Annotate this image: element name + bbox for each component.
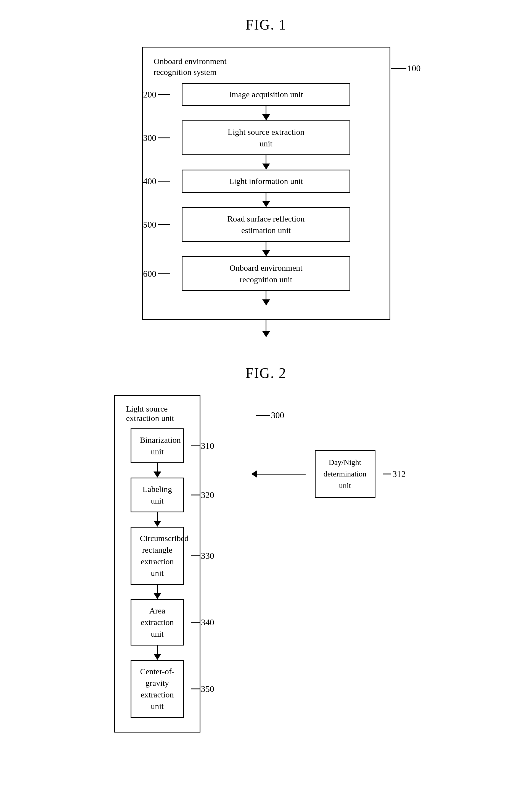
row-onboard-env: 600 Onboard environmentrecognition unit [182,256,350,291]
fig1-title: FIG. 1 [246,17,287,33]
arrow-out [142,320,390,337]
labeling-box: Labeling unit [131,478,184,512]
fig1-inner-flow: 200 Image acquisition unit [182,83,350,291]
ref-320: 320 [191,490,214,500]
row-road-surface: 500 Road surface reflectionestimation un… [182,207,350,242]
circumscribed-box: Circumscribed rectangleextraction unit [131,527,184,585]
row-labeling: Labeling unit 320 [131,478,184,512]
row-circumscribed: Circumscribed rectangleextraction unit 3… [131,527,184,585]
fig1-outer-label: Onboard environmentrecognition system [154,56,378,77]
arrow-f2-1 [154,463,161,478]
day-night-box: Day/Nightdeterminationunit [315,450,375,498]
day-night-section: Day/Nightdeterminationunit 312 [315,450,375,498]
arrow-f2-3 [154,585,161,599]
arrow-1 [262,106,270,121]
ref-330: 330 [191,551,214,561]
area-extraction-box: Area extraction unit [131,599,184,645]
row-center-gravity: Center-of-gravityextraction unit 350 [131,660,184,718]
light-source-box: Light source extractionunit [182,121,350,155]
ref-310: 310 [191,441,214,451]
road-surface-box: Road surface reflectionestimation unit [182,207,350,242]
row-area-extraction: Area extraction unit 340 [131,599,184,645]
fig2-outer-box: Light source extraction unit Binarizatio… [114,395,201,733]
ref-400: 400 [143,176,170,186]
ref-200: 200 [143,90,170,100]
fig2-container: 300 Light source extraction unit Binariz… [114,395,418,733]
fig1-outer-box: Onboard environmentrecognition system 20… [142,47,390,320]
fig2-title: FIG. 2 [246,365,287,381]
arrow-f2-4 [154,645,161,660]
arrow-2 [262,155,270,170]
fig2-outer-label: Light source extraction unit [126,404,189,423]
row-light-info: 400 Light information unit [182,170,350,193]
binarization-box: Binarization unit [131,428,184,463]
ref-350: 350 [191,684,214,694]
center-gravity-box: Center-of-gravityextraction unit [131,660,184,718]
fig1-container: 100 Onboard environmentrecognition syste… [142,47,390,337]
ref-100-label: 100 [391,63,421,74]
row-light-source: 300 Light source extractionunit [182,121,350,155]
arrow-f2-2 [154,512,161,527]
row-image-acquisition: 200 Image acquisition unit [182,83,350,106]
ref-300-fig2: 300 [256,410,284,421]
row-binarization: Binarization unit 310 [131,428,184,463]
figure-1-section: FIG. 1 100 Onboard environmentrecognitio… [142,17,390,337]
ref-300: 300 [143,133,170,143]
image-acquisition-box: Image acquisition unit [182,83,350,106]
day-night-arrow [251,470,305,478]
ref-500: 500 [143,220,170,230]
ref-312: 312 [383,469,406,479]
ref-600: 600 [143,269,170,279]
onboard-recognition-box: Onboard environmentrecognition unit [182,256,350,291]
arrow-5 [154,291,378,305]
light-information-box: Light information unit [182,170,350,193]
ref-340: 340 [191,617,214,628]
fig2-inner-flow: Binarization unit 310 [131,428,184,718]
figure-2-section: FIG. 2 300 Light source extraction unit [114,365,418,733]
arrow-4 [262,242,270,256]
arrow-3 [262,193,270,207]
